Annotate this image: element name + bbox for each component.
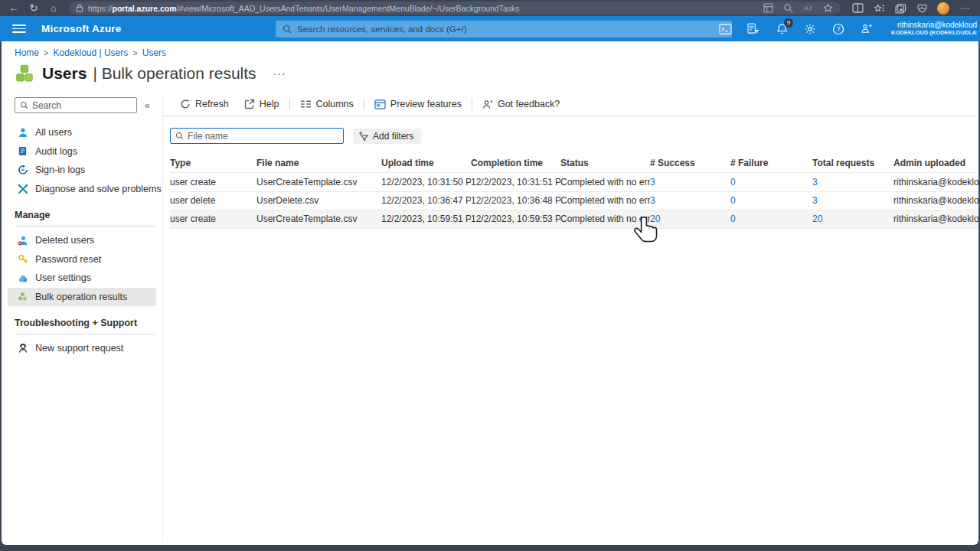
- page-more-menu-icon[interactable]: ···: [273, 67, 286, 80]
- new-support-request-icon: [17, 343, 28, 354]
- cell-upload-time: 12/2/2023, 10:36:47 PM: [381, 195, 471, 206]
- refresh-button[interactable]: Refresh: [172, 99, 237, 109]
- help-button[interactable]: Help: [237, 99, 287, 109]
- col-total-requests[interactable]: Total requests: [812, 158, 893, 168]
- cell-total-link[interactable]: 20: [812, 214, 893, 224]
- users-blade-icon: [15, 64, 34, 83]
- global-search[interactable]: [276, 21, 732, 37]
- zoom-icon[interactable]: [782, 2, 794, 15]
- col-file-name[interactable]: File name: [256, 158, 381, 168]
- cell-file-name: UserCreateTemplate.csv: [256, 214, 381, 224]
- cell-status: Completed with no err...: [560, 177, 650, 187]
- sidebar-item-bulk-operation-results[interactable]: Bulk operation results: [8, 288, 156, 307]
- browser-profile-avatar[interactable]: [937, 2, 949, 15]
- favorite-star-icon[interactable]: [822, 2, 834, 15]
- breadcrumb-users[interactable]: Users: [142, 47, 166, 58]
- col-completion-time[interactable]: Completion time: [471, 158, 560, 168]
- results-table: Type File name Upload time Completion ti…: [170, 154, 978, 229]
- sidebar-item-user-settings[interactable]: User settings: [8, 269, 156, 288]
- sidebar-item-password-reset[interactable]: Password reset: [8, 250, 156, 269]
- favorites-icon[interactable]: [873, 2, 885, 15]
- col-failure[interactable]: # Failure: [730, 158, 812, 168]
- sidebar-item-new-support-request[interactable]: New support request: [8, 339, 156, 358]
- sidebar-item-diagnose[interactable]: Diagnose and solve problems: [8, 180, 156, 199]
- cell-type: user delete: [170, 195, 256, 206]
- split-screen-icon[interactable]: [851, 2, 864, 15]
- sidebar-search[interactable]: [15, 97, 137, 113]
- sidebar-search-input[interactable]: [32, 100, 132, 111]
- cell-success-link[interactable]: 3: [650, 195, 730, 206]
- portal-menu-icon[interactable]: [8, 16, 31, 41]
- table-row[interactable]: user create UserCreateTemplate.csv 12/2/…: [170, 210, 978, 229]
- table-row[interactable]: user delete UserDelete.csv 12/2/2023, 10…: [170, 191, 978, 210]
- tab-grid-icon[interactable]: [762, 2, 774, 15]
- feedback-icon[interactable]: [860, 22, 874, 36]
- columns-button[interactable]: Columns: [292, 99, 361, 109]
- address-bar[interactable]: https://portal.azure.com/#view/Microsoft…: [69, 2, 841, 15]
- svg-text:A: A: [803, 5, 808, 12]
- breadcrumb-kodekloud-users[interactable]: Kodekloud | Users: [53, 47, 128, 58]
- cell-failure-link[interactable]: 0: [730, 195, 812, 206]
- all-users-icon: [17, 127, 28, 139]
- audit-logs-icon: [17, 145, 28, 157]
- directories-filter-icon[interactable]: [746, 22, 760, 36]
- cell-admin-uploaded: rithinskaria@kodeklou...: [893, 195, 978, 206]
- col-admin-uploaded[interactable]: Admin uploaded: [893, 158, 978, 168]
- azure-brand[interactable]: Microsoft Azure: [41, 23, 122, 34]
- sidebar-item-deleted-users[interactable]: Deleted users: [8, 231, 156, 250]
- collapse-sidebar-icon[interactable]: «: [145, 100, 150, 111]
- cell-total-link[interactable]: 3: [812, 195, 893, 206]
- browser-back-icon[interactable]: ←: [5, 2, 23, 15]
- bulk-operation-results-icon: [17, 291, 28, 302]
- divider: [15, 334, 155, 334]
- sidebar-item-signin-logs[interactable]: Sign-in logs: [8, 161, 156, 180]
- global-search-input[interactable]: [297, 24, 725, 34]
- preview-features-icon: [374, 99, 386, 109]
- help-icon[interactable]: ?: [831, 22, 845, 36]
- file-name-filter[interactable]: [170, 128, 344, 144]
- read-aloud-icon[interactable]: A: [802, 2, 814, 15]
- breadcrumb-home[interactable]: Home: [15, 47, 39, 58]
- sidebar-heading-support: Troubleshooting + Support: [2, 318, 162, 328]
- cell-success-link[interactable]: 3: [650, 177, 730, 187]
- col-success[interactable]: # Success: [650, 158, 730, 168]
- got-feedback-button[interactable]: Got feedback?: [475, 99, 567, 109]
- refresh-icon: [180, 99, 191, 109]
- cell-success-link[interactable]: 20: [650, 214, 730, 224]
- cell-failure-link[interactable]: 0: [730, 214, 812, 224]
- add-filter-icon: [358, 131, 369, 141]
- browser-essentials-icon[interactable]: [916, 2, 928, 15]
- browser-refresh-icon[interactable]: ↻: [24, 2, 43, 15]
- deleted-users-icon: [17, 235, 28, 246]
- blade-main: Refresh Help Columns Preview features: [163, 93, 978, 541]
- collections-icon[interactable]: [894, 2, 906, 15]
- col-status[interactable]: Status: [560, 158, 650, 168]
- account-info[interactable]: rithinskaria@kodekloud KODEKLOUD (KODEKL…: [891, 21, 977, 36]
- cell-completion-time: 12/2/2023, 10:36:48 PM: [471, 195, 560, 206]
- cell-failure-link[interactable]: 0: [730, 177, 812, 187]
- notification-count-badge: 9: [784, 18, 793, 28]
- preview-features-button[interactable]: Preview features: [367, 99, 469, 109]
- sidebar-item-audit-logs[interactable]: Audit logs: [8, 142, 156, 161]
- file-name-filter-input[interactable]: [188, 131, 338, 142]
- col-type[interactable]: Type: [170, 158, 256, 168]
- blade-sidebar: « All users Audit logs Sign-in logs Di: [2, 93, 163, 541]
- portal-page: Home > Kodekloud | Users > Users Users |…: [2, 41, 978, 545]
- add-filters-button[interactable]: Add filters: [353, 129, 421, 144]
- cloud-shell-icon[interactable]: [718, 22, 732, 36]
- cell-completion-time: 12/2/2023, 10:59:53 PM: [471, 214, 560, 224]
- breadcrumb-separator: >: [44, 48, 48, 57]
- settings-gear-icon[interactable]: [803, 22, 817, 36]
- svg-text:?: ?: [837, 25, 841, 33]
- sidebar-item-all-users[interactable]: All users: [8, 123, 156, 142]
- notifications-bell-icon[interactable]: 9: [775, 22, 789, 36]
- browser-home-icon[interactable]: ⌂: [44, 2, 63, 15]
- cell-file-name: UserDelete.csv: [256, 195, 381, 206]
- browser-menu-icon[interactable]: ⋯: [959, 2, 971, 15]
- user-settings-icon: [17, 272, 28, 284]
- page-title: Users | Bulk operation results: [42, 64, 256, 83]
- table-row[interactable]: user create UserCreateTemplate.csv 12/2/…: [170, 172, 978, 191]
- search-icon: [175, 132, 184, 140]
- cell-total-link[interactable]: 3: [812, 177, 893, 187]
- col-upload-time[interactable]: Upload time: [381, 158, 471, 168]
